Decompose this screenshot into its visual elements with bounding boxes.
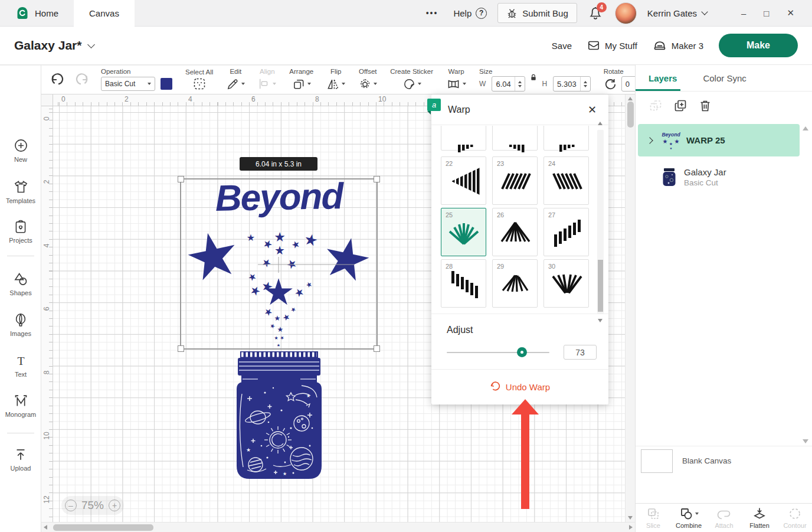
warp-style-tile-24[interactable]: 24 [543, 156, 589, 205]
zoom-out-button[interactable]: – [65, 500, 77, 511]
notifications-button[interactable]: 4 [588, 5, 604, 21]
sidebar-item-projects[interactable]: Projects [0, 219, 41, 244]
sidebar-item-images[interactable]: Images [0, 312, 41, 337]
warp-panel-scrollbar[interactable] [597, 130, 604, 314]
tile-number: 25 [446, 211, 453, 218]
vertical-ruler: 0 2 4 6 8 10 12 [41, 106, 53, 522]
scroll-up-icon[interactable] [628, 97, 633, 100]
redo-button[interactable] [70, 72, 94, 87]
trash-icon[interactable] [698, 99, 712, 113]
align-menu[interactable]: Align [251, 68, 283, 92]
maximize-button[interactable]: □ [764, 8, 769, 18]
resize-handle-ne[interactable] [374, 176, 380, 182]
undo-button[interactable] [45, 72, 70, 87]
slice-button[interactable]: Slice [636, 507, 671, 529]
user-menu[interactable]: Kerrin Gates [647, 8, 707, 18]
help-button[interactable]: Help ? [453, 8, 487, 19]
layer-row-warp25[interactable]: Beyond ★★★★ WARP 25 [638, 124, 800, 156]
tab-layers[interactable]: Layers [636, 73, 690, 83]
warp-style-tile-26[interactable]: 26 [492, 208, 538, 256]
my-stuff-button[interactable]: My Stuff [587, 39, 637, 52]
attach-button[interactable]: Attach [706, 507, 742, 529]
horizontal-scrollbar[interactable] [41, 522, 635, 532]
tab-color-sync[interactable]: Color Sync [690, 73, 759, 83]
color-swatch[interactable] [161, 78, 172, 90]
lock-icon[interactable] [529, 73, 538, 82]
combine-icon [679, 507, 693, 521]
operation-select[interactable]: Basic Cut [101, 77, 155, 91]
canvas-color-swatch[interactable] [641, 449, 673, 473]
scroll-left-icon[interactable] [44, 525, 47, 530]
layers-panel: Layers Color Sync Beyond ★★★★ WARP 25 [635, 65, 812, 532]
group-icon[interactable] [649, 99, 663, 113]
resize-handle-se[interactable] [374, 345, 380, 352]
warp-style-tile-25-selected[interactable]: 25 [441, 208, 486, 256]
height-input[interactable]: 5.303 [553, 76, 591, 92]
scrollbar-thumb[interactable] [53, 524, 153, 531]
galaxy-jar-object[interactable]: ★ ★ ★ [232, 351, 326, 480]
tab-canvas[interactable]: Canvas [74, 0, 135, 27]
vertical-scrollbar[interactable] [625, 94, 635, 522]
scrollbar-thumb[interactable] [627, 102, 634, 128]
save-button[interactable]: Save [552, 41, 572, 51]
select-all-button[interactable]: Select All [179, 68, 220, 91]
selection-box[interactable] [180, 178, 378, 350]
scroll-right-icon[interactable] [629, 525, 633, 530]
flatten-button[interactable]: Flatten [742, 507, 777, 529]
close-panel-button[interactable]: ✕ [588, 103, 597, 116]
edit-menu[interactable]: Edit [220, 68, 251, 92]
warp-style-tile-partial[interactable] [492, 126, 538, 151]
warp-style-tile-27[interactable]: 27 [543, 208, 589, 256]
warp-style-tile-22[interactable]: 22 [441, 156, 486, 205]
warp-style-tile-28[interactable]: 28 [441, 259, 486, 308]
duplicate-icon[interactable] [673, 99, 687, 113]
warp-style-tile-partial[interactable] [543, 126, 589, 151]
minimize-button[interactable]: – [741, 8, 746, 18]
rotate-icon[interactable] [604, 77, 617, 91]
contour-button[interactable]: Contour [777, 507, 812, 529]
warp-style-tile-23[interactable]: 23 [492, 156, 538, 205]
user-avatar[interactable] [615, 2, 637, 24]
scroll-up-icon[interactable] [598, 122, 603, 125]
layer-row-galaxy-jar[interactable]: Galaxy Jar Basic Cut [638, 161, 800, 193]
scroll-down-icon[interactable] [628, 516, 633, 520]
sidebar-item-new[interactable]: New [0, 138, 41, 163]
close-button[interactable]: ✕ [787, 8, 794, 18]
make-button[interactable]: Make [719, 34, 798, 57]
flip-menu[interactable]: Flip [320, 68, 352, 92]
warp-style-tile-30[interactable]: 30 [543, 259, 589, 308]
sidebar-item-shapes[interactable]: Shapes [0, 271, 41, 296]
scrollbar-thumb[interactable] [598, 260, 603, 312]
width-input[interactable]: 6.04 [492, 76, 525, 92]
adjust-slider-track[interactable] [447, 352, 549, 353]
offset-menu[interactable]: Offset [352, 68, 384, 92]
sidebar-item-text[interactable]: T Text [0, 354, 41, 378]
adjust-value-input[interactable]: 73 [564, 345, 597, 360]
project-title-menu[interactable]: Galaxy Jar* [14, 38, 94, 53]
sidebar-item-upload[interactable]: Upload [0, 447, 41, 472]
width-stepper[interactable] [515, 77, 525, 91]
warp-style-tile-partial[interactable] [441, 126, 486, 151]
arrange-menu[interactable]: Arrange [283, 68, 320, 92]
resize-handle-sw[interactable] [178, 345, 184, 352]
adjust-slider-knob[interactable] [517, 347, 527, 357]
height-stepper[interactable] [580, 77, 590, 91]
combine-button[interactable]: Combine [671, 507, 706, 529]
overflow-menu-icon[interactable]: ••• [421, 8, 443, 18]
sidebar-item-monogram[interactable]: Monogram [0, 393, 41, 418]
mail-icon [587, 39, 600, 52]
warp-menu[interactable]: Warp [440, 68, 473, 92]
machine-select[interactable]: Maker 3 [653, 38, 703, 53]
machine-icon [653, 38, 667, 53]
svg-text:★: ★ [670, 146, 673, 150]
zoom-in-button[interactable]: + [109, 500, 120, 511]
warp-style-tile-29[interactable]: 29 [492, 259, 538, 308]
tab-home[interactable]: Home [0, 0, 74, 27]
scroll-down-icon[interactable] [803, 439, 808, 443]
sidebar-item-templates[interactable]: Templates [0, 179, 41, 204]
submit-bug-button[interactable]: Submit Bug [497, 3, 577, 23]
create-sticker-menu[interactable]: Create Sticker [384, 68, 440, 92]
blank-canvas-row[interactable]: Blank Canvas [636, 446, 812, 475]
resize-handle-nw[interactable] [178, 176, 184, 182]
scroll-up-icon[interactable] [803, 126, 808, 130]
